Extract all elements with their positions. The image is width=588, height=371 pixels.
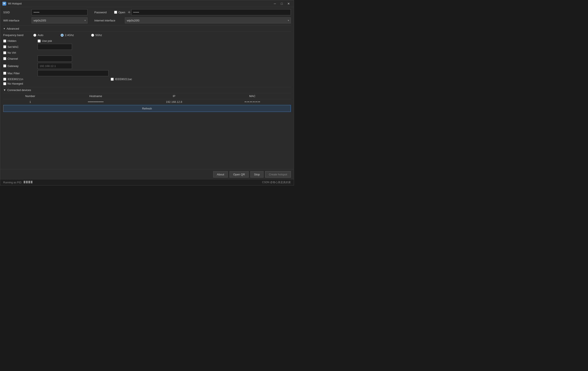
stop-button[interactable]: Stop xyxy=(250,171,263,178)
hidden-psk-row: Hidden Use psk xyxy=(3,39,291,42)
main-window: W Wi Hotspot ─ □ ✕ SSID Password Open ✛ xyxy=(0,0,294,185)
connected-chevron-icon: ▼ xyxy=(3,89,6,92)
ssid-input[interactable] xyxy=(32,9,87,15)
pid-block-4 xyxy=(31,181,32,183)
internet-interface-label: Internet interface xyxy=(94,19,122,22)
ieee80211ac-checkbox-label[interactable]: IEEE80211ac xyxy=(111,78,141,81)
frequency-band-label: Frequency band xyxy=(3,33,33,37)
set-mac-checkbox-label[interactable]: Set MAC xyxy=(3,45,33,49)
table-header-row: Number Hostname IP MAC xyxy=(3,93,291,99)
password-input-wrapper: ✛ xyxy=(128,9,291,15)
password-input[interactable] xyxy=(131,9,291,15)
mac-filter-label: Mac Filter xyxy=(8,72,20,75)
advanced-header-label: Advanced xyxy=(7,27,19,30)
channel-checkbox-label[interactable]: Channel xyxy=(3,57,33,60)
close-button[interactable]: ✕ xyxy=(286,1,292,6)
ieee-row: IEEE80211n IEEE80211ac xyxy=(3,78,291,81)
connected-devices-section: ▼ Connected devices Number Hostname IP M… xyxy=(3,87,291,112)
refresh-button[interactable]: Refresh xyxy=(3,105,291,112)
wifi-interface-label: Wifi interface xyxy=(3,19,29,22)
freq-5ghz-radio[interactable] xyxy=(91,34,94,37)
ieee80211ac-checkbox[interactable] xyxy=(111,78,114,81)
col-number: Number xyxy=(3,93,57,99)
wifi-interface-select-wrapper[interactable]: wlp0s20f3 xyxy=(32,17,87,23)
create-hotspot-button[interactable]: Create hotspot xyxy=(265,171,291,178)
internet-interface-select-wrapper[interactable]: wlp0s20f3 xyxy=(125,17,291,23)
open-label: Open xyxy=(118,11,125,14)
freq-auto-label: Auto xyxy=(38,33,43,37)
maximize-button[interactable]: □ xyxy=(279,1,285,6)
mac-filter-checkbox-label[interactable]: Mac Filter xyxy=(3,72,33,75)
device-ip: 192.168.12.8 xyxy=(134,99,214,105)
internet-interface-select[interactable]: wlp0s20f3 xyxy=(125,17,291,23)
window-title: Wi Hotspot xyxy=(8,2,272,5)
freq-2ghz-radio[interactable] xyxy=(61,34,64,37)
no-virt-checkbox[interactable] xyxy=(3,51,6,54)
use-psk-checkbox[interactable] xyxy=(38,40,41,42)
table-row: 1 •••••••••••••••• 192.168.12.8 ••:••:••… xyxy=(3,99,291,105)
freq-5ghz-option[interactable]: 5Ghz xyxy=(91,33,102,37)
advanced-section: Frequency band Auto 2.4Ghz 5Ghz xyxy=(3,33,291,85)
freq-auto-radio[interactable] xyxy=(33,34,36,37)
use-psk-checkbox-label[interactable]: Use psk xyxy=(38,39,68,42)
col-mac: MAC xyxy=(214,93,291,99)
freq-5ghz-label: 5Ghz xyxy=(95,33,102,37)
open-checkbox[interactable] xyxy=(114,11,117,14)
running-label: Running as PID: xyxy=(3,181,22,184)
advanced-section-header[interactable]: ▼ Advanced xyxy=(3,26,291,32)
frequency-options: Auto 2.4Ghz 5Ghz xyxy=(33,33,291,37)
open-qr-button[interactable]: Open QR xyxy=(230,171,249,178)
ieee80211n-checkbox[interactable] xyxy=(3,78,6,81)
window-controls: ─ □ ✕ xyxy=(272,1,292,6)
no-haveged-label: No Haveged xyxy=(8,82,23,85)
col-ip: IP xyxy=(134,93,214,99)
channel-input[interactable] xyxy=(38,56,72,62)
connected-devices-header[interactable]: ▼ Connected devices xyxy=(3,87,291,93)
frequency-band-row: Frequency band Auto 2.4Ghz 5Ghz xyxy=(3,33,291,37)
titlebar: W Wi Hotspot ─ □ ✕ xyxy=(0,0,294,7)
mac-filter-input[interactable] xyxy=(38,70,108,76)
interface-row: Wifi interface wlp0s20f3 Internet interf… xyxy=(3,17,291,23)
pid-block-2 xyxy=(26,181,28,183)
freq-2ghz-option[interactable]: 2.4Ghz xyxy=(61,33,74,37)
set-mac-checkbox[interactable] xyxy=(3,45,6,48)
password-prefix: ✛ xyxy=(128,10,130,14)
ieee80211n-label: IEEE80211n xyxy=(8,78,23,81)
bottom-bar: About Open QR Stop Create hotspot xyxy=(0,169,294,179)
channel-label: Channel xyxy=(8,57,18,60)
gateway-input[interactable] xyxy=(38,63,72,69)
connected-devices-label: Connected devices xyxy=(7,89,31,92)
gateway-row: Gateway xyxy=(3,63,291,69)
gateway-label: Gateway xyxy=(8,64,19,68)
minimize-button[interactable]: ─ xyxy=(272,1,278,6)
advanced-chevron-icon: ▼ xyxy=(3,28,5,30)
no-haveged-checkbox-label[interactable]: No Haveged xyxy=(3,82,33,85)
mac-filter-checkbox[interactable] xyxy=(3,72,6,75)
about-button[interactable]: About xyxy=(213,171,228,178)
freq-auto-option[interactable]: Auto xyxy=(33,33,43,37)
channel-checkbox[interactable] xyxy=(3,57,6,60)
no-virt-checkbox-label[interactable]: No Virt xyxy=(3,51,33,54)
use-psk-label: Use psk xyxy=(42,39,52,42)
set-mac-row: Set MAC xyxy=(3,44,291,50)
device-table: Number Hostname IP MAC 1 •••••••••••••••… xyxy=(3,93,291,105)
no-haveged-checkbox[interactable] xyxy=(3,82,6,85)
wifi-interface-select[interactable]: wlp0s20f3 xyxy=(32,17,87,23)
set-mac-label: Set MAC xyxy=(8,45,19,49)
device-hostname: •••••••••••••••• xyxy=(57,99,134,105)
hidden-checkbox-label[interactable]: Hidden xyxy=(3,39,33,42)
hidden-checkbox[interactable] xyxy=(3,40,6,42)
device-number: 1 xyxy=(3,99,57,105)
set-mac-input[interactable] xyxy=(38,44,72,50)
password-label: Password xyxy=(94,11,112,14)
no-virt-row: No Virt xyxy=(3,51,291,54)
col-hostname: Hostname xyxy=(57,93,134,99)
gateway-checkbox[interactable] xyxy=(3,64,6,67)
status-bar: Running as PID: CSDN @卷心菜是真的菜 xyxy=(0,179,294,185)
open-checkbox-row: Open xyxy=(114,11,125,14)
ieee80211n-checkbox-label[interactable]: IEEE80211n xyxy=(3,78,33,81)
gateway-checkbox-label[interactable]: Gateway xyxy=(3,64,33,68)
pid-block-1 xyxy=(24,181,25,183)
hidden-label: Hidden xyxy=(8,39,16,42)
no-haveged-row: No Haveged xyxy=(3,82,291,85)
